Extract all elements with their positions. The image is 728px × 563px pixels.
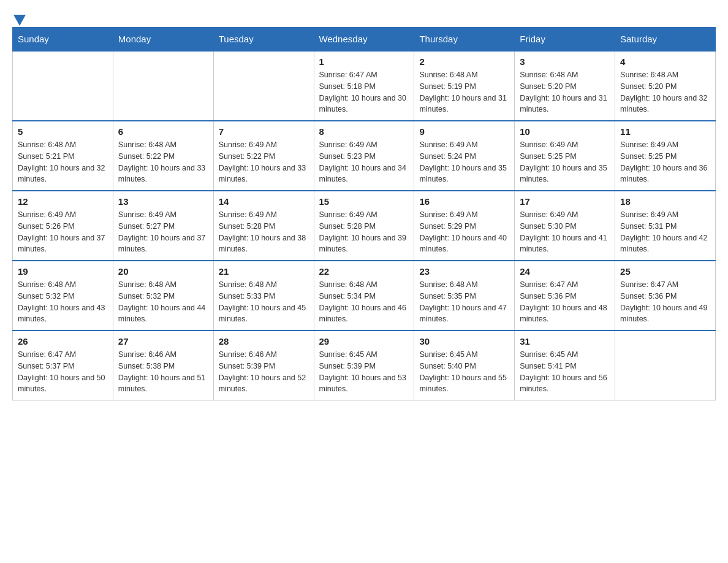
day-number: 11 <box>620 126 710 137</box>
calendar-cell: 31Sunrise: 6:45 AM Sunset: 5:41 PM Dayli… <box>515 331 615 400</box>
day-info: Sunrise: 6:49 AM Sunset: 5:25 PM Dayligh… <box>520 139 610 185</box>
day-number: 14 <box>219 196 309 207</box>
day-info: Sunrise: 6:48 AM Sunset: 5:20 PM Dayligh… <box>520 69 610 115</box>
day-info: Sunrise: 6:48 AM Sunset: 5:34 PM Dayligh… <box>319 279 409 325</box>
calendar-week-row: 26Sunrise: 6:47 AM Sunset: 5:37 PM Dayli… <box>13 331 716 400</box>
calendar-cell: 30Sunrise: 6:45 AM Sunset: 5:40 PM Dayli… <box>414 331 515 400</box>
calendar-cell: 21Sunrise: 6:48 AM Sunset: 5:33 PM Dayli… <box>213 261 314 331</box>
calendar-cell: 5Sunrise: 6:48 AM Sunset: 5:21 PM Daylig… <box>13 121 113 191</box>
calendar-week-row: 1Sunrise: 6:47 AM Sunset: 5:18 PM Daylig… <box>13 51 716 121</box>
day-number: 12 <box>18 196 108 207</box>
day-number: 31 <box>520 336 610 347</box>
weekday-header-monday: Monday <box>113 28 213 52</box>
day-info: Sunrise: 6:48 AM Sunset: 5:33 PM Dayligh… <box>219 279 309 325</box>
day-number: 1 <box>319 56 409 67</box>
day-info: Sunrise: 6:49 AM Sunset: 5:24 PM Dayligh… <box>419 139 509 185</box>
day-number: 25 <box>620 266 710 277</box>
weekday-header-saturday: Saturday <box>615 28 716 52</box>
day-number: 2 <box>419 56 509 67</box>
calendar-cell: 8Sunrise: 6:49 AM Sunset: 5:23 PM Daylig… <box>314 121 414 191</box>
calendar-cell: 9Sunrise: 6:49 AM Sunset: 5:24 PM Daylig… <box>414 121 515 191</box>
day-info: Sunrise: 6:47 AM Sunset: 5:18 PM Dayligh… <box>319 69 409 115</box>
calendar-body: 1Sunrise: 6:47 AM Sunset: 5:18 PM Daylig… <box>13 51 716 400</box>
day-number: 19 <box>18 266 108 277</box>
day-info: Sunrise: 6:47 AM Sunset: 5:36 PM Dayligh… <box>520 279 610 325</box>
day-number: 17 <box>520 196 610 207</box>
calendar-header: SundayMondayTuesdayWednesdayThursdayFrid… <box>13 28 716 52</box>
day-number: 10 <box>520 126 610 137</box>
day-info: Sunrise: 6:49 AM Sunset: 5:28 PM Dayligh… <box>219 209 309 255</box>
day-number: 27 <box>118 336 208 347</box>
day-number: 24 <box>520 266 610 277</box>
calendar-cell: 15Sunrise: 6:49 AM Sunset: 5:28 PM Dayli… <box>314 191 414 261</box>
calendar-cell: 4Sunrise: 6:48 AM Sunset: 5:20 PM Daylig… <box>615 51 716 121</box>
day-info: Sunrise: 6:45 AM Sunset: 5:41 PM Dayligh… <box>520 349 610 395</box>
calendar-cell: 10Sunrise: 6:49 AM Sunset: 5:25 PM Dayli… <box>515 121 615 191</box>
calendar-cell: 3Sunrise: 6:48 AM Sunset: 5:20 PM Daylig… <box>515 51 615 121</box>
day-info: Sunrise: 6:47 AM Sunset: 5:36 PM Dayligh… <box>620 279 710 325</box>
day-number: 29 <box>319 336 409 347</box>
day-info: Sunrise: 6:48 AM Sunset: 5:20 PM Dayligh… <box>620 69 710 115</box>
logo <box>12 12 27 21</box>
weekday-header-friday: Friday <box>515 28 615 52</box>
day-info: Sunrise: 6:46 AM Sunset: 5:38 PM Dayligh… <box>118 349 208 395</box>
calendar-cell <box>213 51 314 121</box>
logo-triangle-icon <box>13 15 26 26</box>
day-number: 16 <box>419 196 509 207</box>
calendar-cell: 14Sunrise: 6:49 AM Sunset: 5:28 PM Dayli… <box>213 191 314 261</box>
day-info: Sunrise: 6:48 AM Sunset: 5:21 PM Dayligh… <box>18 139 108 185</box>
day-info: Sunrise: 6:48 AM Sunset: 5:35 PM Dayligh… <box>419 279 509 325</box>
calendar-cell: 13Sunrise: 6:49 AM Sunset: 5:27 PM Dayli… <box>113 191 213 261</box>
weekday-header-wednesday: Wednesday <box>314 28 414 52</box>
day-number: 9 <box>419 126 509 137</box>
calendar-cell: 12Sunrise: 6:49 AM Sunset: 5:26 PM Dayli… <box>13 191 113 261</box>
day-info: Sunrise: 6:49 AM Sunset: 5:26 PM Dayligh… <box>18 209 108 255</box>
day-info: Sunrise: 6:49 AM Sunset: 5:22 PM Dayligh… <box>219 139 309 185</box>
weekday-header-tuesday: Tuesday <box>213 28 314 52</box>
calendar-cell: 6Sunrise: 6:48 AM Sunset: 5:22 PM Daylig… <box>113 121 213 191</box>
weekday-header-row: SundayMondayTuesdayWednesdayThursdayFrid… <box>13 28 716 52</box>
calendar-cell: 24Sunrise: 6:47 AM Sunset: 5:36 PM Dayli… <box>515 261 615 331</box>
day-info: Sunrise: 6:49 AM Sunset: 5:31 PM Dayligh… <box>620 209 710 255</box>
calendar-cell <box>615 331 716 400</box>
day-number: 30 <box>419 336 509 347</box>
day-number: 28 <box>219 336 309 347</box>
day-number: 5 <box>18 126 108 137</box>
day-info: Sunrise: 6:47 AM Sunset: 5:37 PM Dayligh… <box>18 349 108 395</box>
day-number: 26 <box>18 336 108 347</box>
day-number: 18 <box>620 196 710 207</box>
day-number: 20 <box>118 266 208 277</box>
calendar-cell: 17Sunrise: 6:49 AM Sunset: 5:30 PM Dayli… <box>515 191 615 261</box>
calendar-cell: 19Sunrise: 6:48 AM Sunset: 5:32 PM Dayli… <box>13 261 113 331</box>
day-info: Sunrise: 6:49 AM Sunset: 5:25 PM Dayligh… <box>620 139 710 185</box>
calendar-cell: 11Sunrise: 6:49 AM Sunset: 5:25 PM Dayli… <box>615 121 716 191</box>
calendar-cell: 2Sunrise: 6:48 AM Sunset: 5:19 PM Daylig… <box>414 51 515 121</box>
weekday-header-thursday: Thursday <box>414 28 515 52</box>
calendar-cell: 23Sunrise: 6:48 AM Sunset: 5:35 PM Dayli… <box>414 261 515 331</box>
calendar-cell <box>13 51 113 121</box>
day-number: 22 <box>319 266 409 277</box>
calendar-week-row: 5Sunrise: 6:48 AM Sunset: 5:21 PM Daylig… <box>13 121 716 191</box>
day-number: 7 <box>219 126 309 137</box>
calendar-week-row: 12Sunrise: 6:49 AM Sunset: 5:26 PM Dayli… <box>13 191 716 261</box>
day-info: Sunrise: 6:48 AM Sunset: 5:32 PM Dayligh… <box>18 279 108 325</box>
day-info: Sunrise: 6:45 AM Sunset: 5:40 PM Dayligh… <box>419 349 509 395</box>
calendar-table: SundayMondayTuesdayWednesdayThursdayFrid… <box>12 27 716 400</box>
calendar-cell: 16Sunrise: 6:49 AM Sunset: 5:29 PM Dayli… <box>414 191 515 261</box>
calendar-cell: 28Sunrise: 6:46 AM Sunset: 5:39 PM Dayli… <box>213 331 314 400</box>
day-number: 8 <box>319 126 409 137</box>
calendar-cell <box>113 51 213 121</box>
calendar-cell: 1Sunrise: 6:47 AM Sunset: 5:18 PM Daylig… <box>314 51 414 121</box>
weekday-header-sunday: Sunday <box>13 28 113 52</box>
day-info: Sunrise: 6:46 AM Sunset: 5:39 PM Dayligh… <box>219 349 309 395</box>
calendar-cell: 26Sunrise: 6:47 AM Sunset: 5:37 PM Dayli… <box>13 331 113 400</box>
calendar-cell: 22Sunrise: 6:48 AM Sunset: 5:34 PM Dayli… <box>314 261 414 331</box>
calendar-cell: 20Sunrise: 6:48 AM Sunset: 5:32 PM Dayli… <box>113 261 213 331</box>
day-info: Sunrise: 6:49 AM Sunset: 5:30 PM Dayligh… <box>520 209 610 255</box>
calendar-week-row: 19Sunrise: 6:48 AM Sunset: 5:32 PM Dayli… <box>13 261 716 331</box>
day-info: Sunrise: 6:49 AM Sunset: 5:27 PM Dayligh… <box>118 209 208 255</box>
calendar-cell: 18Sunrise: 6:49 AM Sunset: 5:31 PM Dayli… <box>615 191 716 261</box>
day-info: Sunrise: 6:48 AM Sunset: 5:32 PM Dayligh… <box>118 279 208 325</box>
day-info: Sunrise: 6:48 AM Sunset: 5:19 PM Dayligh… <box>419 69 509 115</box>
day-number: 21 <box>219 266 309 277</box>
